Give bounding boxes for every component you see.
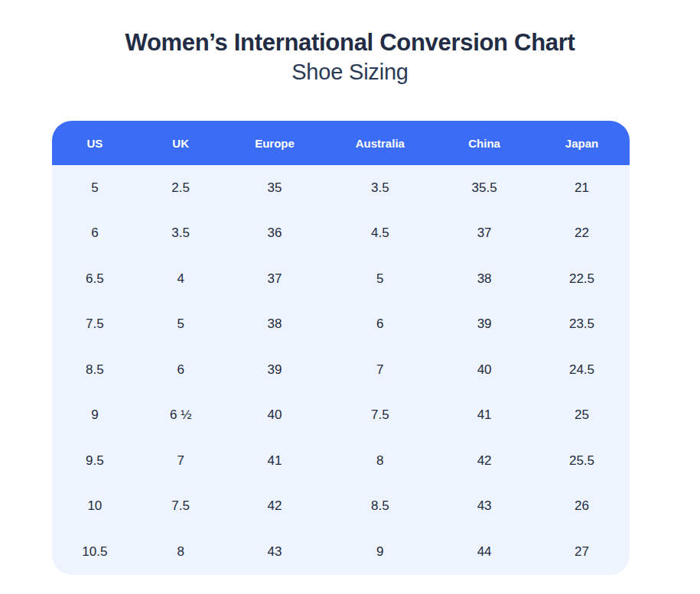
table-row: 7.553863923.5 [52,302,630,348]
table-cell: 37 [224,271,326,287]
table-cell: 26 [534,498,630,514]
table-cell: 36 [224,226,326,241]
table-cell: 22.5 [534,271,630,287]
table-cell: 25 [534,407,630,423]
table-cell: 7.5 [138,498,224,514]
table-cell: 40 [224,407,326,423]
table-body: 52.5353.535.52163.5364.537226.543753822.… [52,165,630,575]
table-row: 63.5364.53722 [52,211,630,257]
column-header-us: US [52,137,138,150]
table-cell: 9 [52,407,138,423]
table-row: 52.5353.535.521 [52,165,630,211]
table-cell: 44 [435,544,534,560]
table-cell: 8.5 [52,362,138,378]
table-cell: 3.5 [325,180,435,196]
table-cell: 42 [435,453,534,469]
table-cell: 9 [325,544,435,560]
table-cell: 25.5 [534,453,630,469]
table-cell: 6 ½ [138,407,224,423]
table-cell: 43 [435,498,534,514]
table-cell: 40 [435,362,534,378]
table-cell: 6 [325,316,435,332]
table-cell: 10.5 [52,544,138,560]
table-cell: 22 [534,226,630,241]
table-cell: 41 [435,407,534,423]
table-row: 8.563974024.5 [52,347,630,393]
table-cell: 3.5 [138,226,224,241]
table-cell: 6 [138,362,224,378]
table-cell: 7.5 [52,316,138,332]
table-row: 107.5428.54326 [52,484,630,530]
table-cell: 6.5 [52,271,138,287]
table-cell: 8.5 [325,498,435,514]
table-cell: 23.5 [534,316,630,332]
table-cell: 2.5 [138,180,224,196]
table-cell: 38 [224,316,326,332]
table-cell: 39 [224,362,326,378]
table-cell: 38 [435,271,534,287]
table-row: 9.574184225.5 [52,438,630,484]
table-header-row: USUKEuropeAustraliaChinaJapan [52,121,630,165]
conversion-table: USUKEuropeAustraliaChinaJapan 52.5353.53… [52,121,630,575]
table-cell: 24.5 [534,362,630,378]
column-header-china: China [435,137,534,150]
table-cell: 5 [52,180,138,196]
column-header-europe: Europe [224,137,326,150]
table-cell: 6 [52,226,138,241]
table-cell: 21 [534,180,630,196]
table-cell: 8 [138,544,224,560]
table-cell: 42 [224,498,326,514]
table-cell: 7 [325,362,435,378]
table-cell: 7 [138,453,224,469]
table-cell: 8 [325,453,435,469]
table-cell: 27 [534,544,630,560]
table-cell: 4 [138,271,224,287]
page-subtitle: Shoe Sizing [0,60,700,85]
column-header-uk: UK [138,137,224,150]
column-header-japan: Japan [534,137,630,150]
table-cell: 7.5 [325,407,435,423]
table-cell: 4.5 [325,226,435,241]
table-cell: 5 [138,316,224,332]
table-cell: 35.5 [435,180,534,196]
table-row: 6.543753822.5 [52,256,630,302]
table-cell: 10 [52,498,138,514]
table-cell: 5 [325,271,435,287]
table-row: 96 ½407.54125 [52,393,630,439]
table-cell: 37 [435,226,534,241]
page-title: Women’s International Conversion Chart [0,29,700,57]
table-cell: 41 [224,453,326,469]
table-row: 10.584394427 [52,529,630,575]
table-cell: 39 [435,316,534,332]
column-header-australia: Australia [325,137,435,150]
table-cell: 35 [224,180,326,196]
table-cell: 43 [224,544,326,560]
table-cell: 9.5 [52,453,138,469]
